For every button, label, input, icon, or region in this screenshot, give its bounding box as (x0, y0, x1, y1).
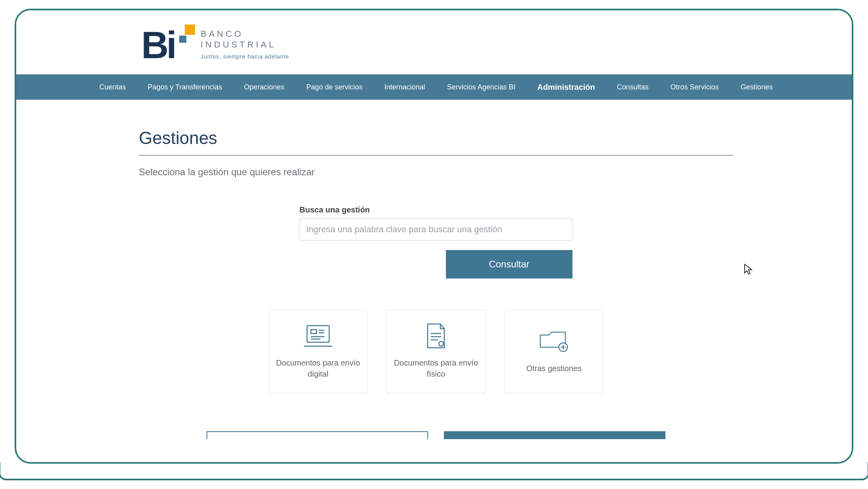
nav-item-internacional[interactable]: Internacional (385, 83, 425, 91)
card-documentos-digital[interactable]: Documentos para envío digital (269, 310, 368, 393)
card-label: Documentos para envío físico (387, 357, 485, 379)
secondary-button-partial[interactable] (207, 431, 428, 439)
card-otras-gestiones[interactable]: Otras gestiones (504, 310, 603, 393)
nav-item-otros-servicios[interactable]: Otros Servicios (671, 83, 719, 91)
card-label: Documentos para envío digital (269, 357, 367, 379)
brand-mark-letters: Bi (141, 26, 174, 64)
cards-row: Documentos para envío digital Doc (139, 310, 733, 393)
brand-dot-icon (179, 36, 186, 43)
page-subtitle: Selecciona la gestión que quieres realiz… (139, 167, 733, 178)
laptop-doc-icon (303, 324, 333, 349)
search-input[interactable] (299, 218, 572, 241)
folder-plus-icon (539, 330, 569, 354)
page-title: Gestiones (139, 128, 733, 155)
brand-name-line2: INDUSTRIAL (201, 39, 289, 50)
nav-item-operaciones[interactable]: Operaciones (244, 83, 284, 91)
nav-item-cuentas[interactable]: Cuentas (99, 83, 126, 91)
nav-item-servicios-agencias[interactable]: Servicios Agencias BI (447, 83, 515, 91)
nav-item-pago-servicios[interactable]: Pago de servicios (306, 83, 362, 91)
brand-name-line1: BANCO (201, 28, 289, 40)
brand-logo[interactable]: Bi BANCO INDUSTRIAL Juntos, siempre haci… (141, 24, 852, 64)
brand-text: BANCO INDUSTRIAL Juntos, siempre hacia a… (201, 28, 289, 60)
file-doc-icon (421, 324, 451, 349)
laptop-mockup-frame: Bi BANCO INDUSTRIAL Juntos, siempre haci… (15, 9, 853, 480)
search-block: Busca una gestión Consultar (299, 205, 572, 279)
brand-mark: Bi (141, 24, 192, 64)
main-nav: Cuentas Pagos y Transferencias Operacion… (16, 74, 852, 100)
svg-point-10 (439, 341, 443, 346)
bottom-buttons-row (139, 431, 733, 439)
brand-tagline: Juntos, siempre hacia adelante (201, 53, 289, 60)
nav-item-gestiones[interactable]: Gestiones (741, 83, 773, 91)
nav-item-administracion[interactable]: Administración (537, 83, 595, 92)
search-label: Busca una gestión (299, 205, 572, 214)
content-area: Gestiones Selecciona la gestión que quie… (16, 100, 852, 439)
nav-item-pagos-transferencias[interactable]: Pagos y Transferencias (148, 83, 222, 91)
consultar-button[interactable]: Consultar (446, 250, 572, 279)
laptop-base (0, 462, 868, 480)
svg-rect-2 (311, 330, 316, 334)
card-documentos-fisico[interactable]: Documentos para envío físico (387, 310, 485, 393)
header: Bi BANCO INDUSTRIAL Juntos, siempre haci… (16, 10, 852, 74)
laptop-screen: Bi BANCO INDUSTRIAL Juntos, siempre haci… (15, 9, 853, 464)
brand-accent-icon (185, 25, 195, 35)
card-label: Otras gestiones (521, 363, 586, 374)
primary-button-partial[interactable] (444, 431, 665, 439)
svg-rect-0 (307, 326, 329, 342)
nav-item-consultas[interactable]: Consultas (617, 83, 648, 91)
